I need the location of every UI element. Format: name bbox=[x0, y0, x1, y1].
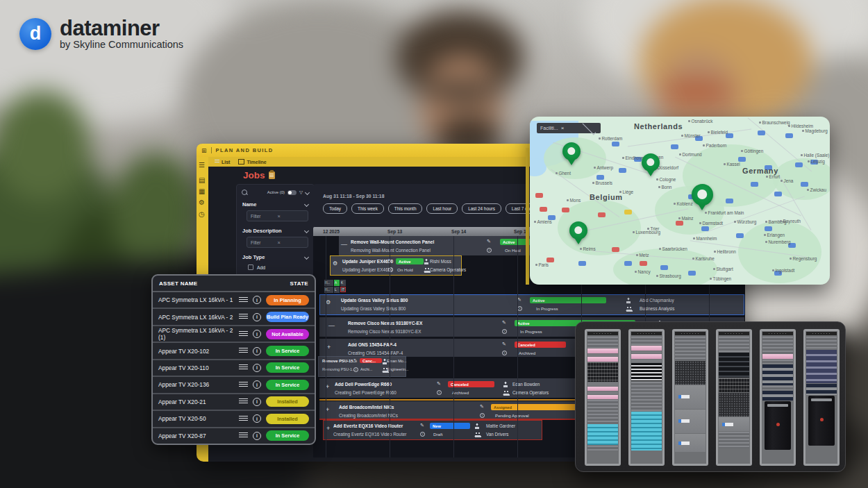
apps-grid-icon[interactable]: ⊞ bbox=[201, 147, 207, 154]
edit-pencil-icon[interactable]: ✎ bbox=[437, 381, 441, 387]
filter-section-job-description[interactable]: Job Description bbox=[237, 228, 314, 234]
info-icon[interactable]: i bbox=[253, 398, 261, 406]
info-icon[interactable]: i bbox=[487, 248, 492, 253]
mini-job-cell[interactable]: L bbox=[334, 287, 340, 293]
filter-section-job-type[interactable]: Job Type bbox=[237, 254, 314, 260]
edit-pencil-icon[interactable]: ✎ bbox=[480, 404, 484, 410]
asset-row[interactable]: APC Symmetra LX 16kVA - 1iIn Planning bbox=[153, 292, 315, 309]
drag-handle-icon[interactable] bbox=[239, 382, 248, 388]
clear-icon[interactable]: × bbox=[561, 125, 576, 131]
checkbox[interactable] bbox=[248, 264, 253, 270]
info-icon[interactable]: i bbox=[253, 330, 261, 338]
info-icon[interactable]: i bbox=[517, 306, 522, 311]
edit-pencil-icon[interactable]: ✎ bbox=[420, 423, 424, 428]
mini-job-cell[interactable]: IT bbox=[340, 287, 346, 292]
info-icon[interactable]: i bbox=[253, 414, 261, 423]
city-name: Ghent bbox=[559, 171, 571, 176]
rack-module-slats bbox=[762, 337, 793, 353]
city-name: Hildesheim bbox=[792, 124, 814, 128]
quick-range-this-week[interactable]: This week bbox=[351, 203, 384, 214]
edit-pencil-icon[interactable]: ✎ bbox=[502, 320, 506, 326]
rack-module-tower bbox=[808, 396, 835, 446]
search-icon[interactable] bbox=[242, 190, 247, 195]
drag-handle-icon[interactable] bbox=[239, 331, 248, 337]
facilities-map[interactable]: Faciliti... × OsnabrückBraunschweigHilde… bbox=[530, 117, 830, 285]
sidebar-history-icon[interactable]: ◷ bbox=[199, 211, 205, 218]
drag-handle-icon[interactable] bbox=[239, 364, 248, 371]
map-location-pin[interactable] bbox=[569, 221, 587, 249]
city-name: Stuttgart bbox=[717, 267, 733, 271]
map-location-pin[interactable] bbox=[692, 184, 713, 215]
info-icon[interactable]: i bbox=[353, 367, 358, 372]
timeline-gridline bbox=[326, 236, 326, 457]
info-icon[interactable]: i bbox=[253, 296, 261, 304]
active-toggle[interactable] bbox=[287, 190, 297, 195]
sidebar-settings-icon[interactable]: ⚙ bbox=[199, 199, 205, 206]
quick-range-today[interactable]: Today bbox=[323, 203, 347, 214]
asset-row[interactable]: Appear TV X20-136iIn Service bbox=[153, 377, 315, 394]
map-location-pin[interactable] bbox=[562, 142, 581, 170]
asset-row[interactable]: Appear TV X20-21iInstalled bbox=[153, 394, 315, 411]
window-frame-accent bbox=[526, 148, 529, 285]
info-icon[interactable]: i bbox=[253, 313, 261, 321]
map-city-label: Magdeburg bbox=[802, 128, 828, 133]
info-icon[interactable]: i bbox=[420, 432, 425, 437]
info-icon[interactable]: i bbox=[502, 329, 507, 334]
clear-icon[interactable]: × bbox=[278, 213, 305, 219]
city-name: Antwerp bbox=[597, 165, 613, 170]
info-icon[interactable]: i bbox=[502, 351, 507, 355]
filter-funnel-icon[interactable]: ▽ bbox=[299, 190, 303, 195]
clear-icon[interactable]: × bbox=[278, 239, 305, 246]
filter-section-name[interactable]: Name bbox=[237, 201, 314, 208]
quick-range-last-hour[interactable]: Last hour bbox=[426, 203, 458, 214]
sidebar-apps-icon[interactable]: ▦ bbox=[199, 188, 205, 195]
map-search-box[interactable]: Faciliti... × bbox=[537, 123, 601, 133]
sidebar-menu-icon[interactable]: ☰ bbox=[199, 162, 205, 169]
info-icon[interactable]: i bbox=[253, 432, 261, 440]
drag-handle-icon[interactable] bbox=[239, 348, 248, 354]
photo-blob bbox=[111, 153, 201, 271]
page-title-text: Jobs bbox=[243, 170, 265, 180]
server-racks-panel bbox=[575, 321, 846, 472]
description-filter-input[interactable]: Filter× bbox=[247, 237, 308, 248]
tab-list[interactable]: List bbox=[215, 160, 230, 165]
asset-name: APC Symmetra LX 16kVA - 2 bbox=[158, 314, 234, 321]
edit-pencil-icon[interactable]: ✎ bbox=[502, 342, 506, 347]
asset-row[interactable]: Appear TV X20-50iInstalled bbox=[153, 411, 315, 428]
edit-pencil-icon[interactable]: ✎ bbox=[353, 358, 358, 364]
asset-row[interactable]: APC Symmetra LX 16kVA - 2 (1)iNot Availa… bbox=[153, 326, 315, 343]
info-icon[interactable]: i bbox=[253, 347, 261, 355]
name-filter-input[interactable]: Filter× bbox=[247, 210, 308, 221]
asset-row[interactable]: APC Symmetra LX 16kVA - 2iBuild Plan Rea… bbox=[153, 309, 315, 326]
asset-row[interactable]: Appear TV X20-102iIn Service bbox=[153, 343, 315, 360]
asset-row[interactable]: Appear TV X20-110iIn Service bbox=[153, 360, 315, 377]
drag-handle-icon[interactable] bbox=[239, 398, 248, 405]
mini-job-cell[interactable]: A bbox=[334, 280, 340, 286]
tab-timeline[interactable]: Timeline bbox=[238, 159, 266, 165]
edit-pencil-icon[interactable]: ✎ bbox=[487, 239, 491, 244]
city-name: Tübingen bbox=[713, 276, 732, 281]
city-name: Metz bbox=[640, 253, 649, 258]
drag-handle-icon[interactable] bbox=[239, 432, 248, 439]
mini-job-cell[interactable]: K bbox=[340, 280, 346, 286]
drag-handle-icon[interactable] bbox=[239, 314, 248, 320]
quick-range-this-month[interactable]: This month bbox=[388, 203, 423, 214]
map-city-label: Ghent bbox=[556, 171, 571, 176]
chevron-down-icon[interactable] bbox=[305, 190, 310, 194]
info-icon[interactable]: i bbox=[480, 413, 485, 418]
info-icon[interactable]: i bbox=[253, 380, 261, 389]
jobtype-option-add[interactable]: Add bbox=[248, 264, 308, 270]
chevron-down-icon[interactable] bbox=[583, 121, 596, 135]
road-shield bbox=[738, 157, 746, 162]
asset-row[interactable]: Appear TV X20-87iIn Service bbox=[153, 428, 315, 444]
drag-handle-icon[interactable] bbox=[239, 297, 248, 303]
info-icon[interactable]: i bbox=[437, 390, 442, 395]
asset-name: Appear TV X20-87 bbox=[158, 432, 234, 439]
info-icon[interactable]: i bbox=[253, 364, 261, 372]
quick-range-last-24-hours[interactable]: Last 24 hours bbox=[462, 203, 501, 214]
sidebar-reports-icon[interactable]: ▤ bbox=[199, 177, 205, 184]
drag-handle-icon[interactable] bbox=[239, 416, 248, 422]
city-dot bbox=[734, 221, 736, 223]
road-shield bbox=[736, 233, 744, 238]
map-location-pin[interactable] bbox=[642, 153, 660, 181]
